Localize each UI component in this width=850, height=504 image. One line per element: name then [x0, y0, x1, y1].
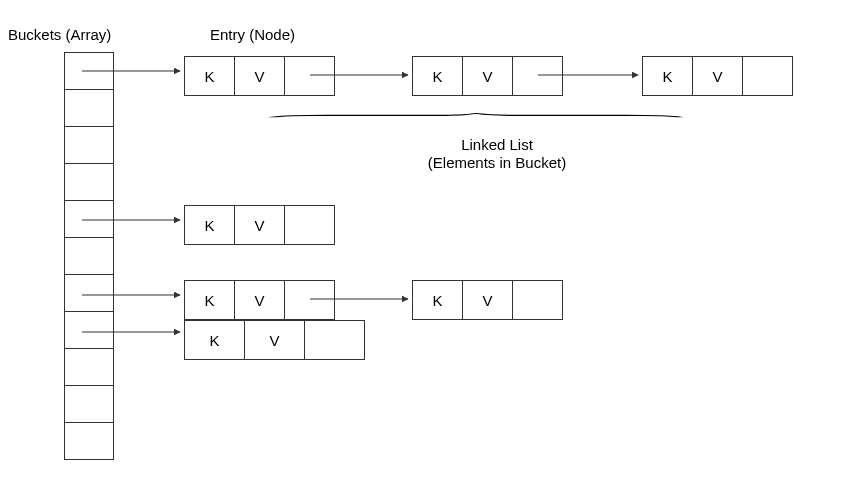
entry-value-cell: V [463, 57, 513, 95]
entry-next-cell [285, 281, 335, 319]
bucket-cell [65, 164, 113, 201]
entry-next-cell [285, 206, 335, 244]
label-linkedlist-line1: Linked List [417, 136, 577, 153]
bucket-cell [65, 423, 113, 460]
entry-key-cell: K [185, 321, 245, 359]
entry-node: KV [184, 205, 335, 245]
bucket-cell [65, 53, 113, 90]
entry-node: KV [642, 56, 793, 96]
bucket-cell [65, 275, 113, 312]
entry-key-cell: K [643, 57, 693, 95]
entry-value-cell: V [235, 57, 285, 95]
entry-next-cell [305, 321, 365, 359]
entry-key-cell: K [413, 57, 463, 95]
entry-next-cell [285, 57, 335, 95]
label-linkedlist-line2: (Elements in Bucket) [417, 154, 577, 171]
label-buckets: Buckets (Array) [8, 26, 111, 43]
bucket-cell [65, 238, 113, 275]
entry-key-cell: K [185, 57, 235, 95]
bucket-cell [65, 312, 113, 349]
bucket-cell [65, 127, 113, 164]
entry-key-cell: K [413, 281, 463, 319]
bucket-cell [65, 349, 113, 386]
entry-node: KV [412, 280, 563, 320]
entry-next-cell [743, 57, 793, 95]
entry-next-cell [513, 281, 563, 319]
bucket-cell [65, 201, 113, 238]
entry-value-cell: V [235, 281, 285, 319]
entry-value-cell: V [245, 321, 305, 359]
bucket-cell [65, 90, 113, 127]
entry-node: KV [412, 56, 563, 96]
entry-value-cell: V [463, 281, 513, 319]
entry-key-cell: K [185, 281, 235, 319]
entry-next-cell [513, 57, 563, 95]
entry-key-cell: K [185, 206, 235, 244]
entry-node: KV [184, 280, 335, 320]
curly-brace: ︷ [190, 101, 800, 123]
entry-node: KV [184, 56, 335, 96]
bucket-array [64, 52, 114, 460]
entry-node: KV [184, 320, 365, 360]
bucket-cell [65, 386, 113, 423]
entry-value-cell: V [235, 206, 285, 244]
entry-value-cell: V [693, 57, 743, 95]
label-entry: Entry (Node) [210, 26, 295, 43]
